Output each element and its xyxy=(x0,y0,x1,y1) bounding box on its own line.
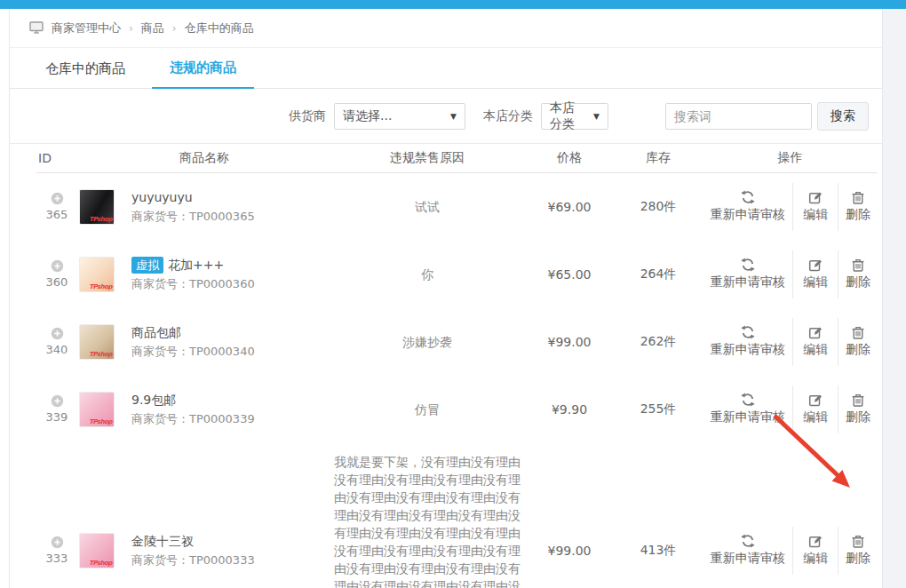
caret-down-icon: ▼ xyxy=(593,112,600,121)
product-stock: 264件 xyxy=(614,241,703,308)
edit-label: 编辑 xyxy=(803,342,828,358)
product-id: 339 xyxy=(46,410,68,424)
product-stock: 413件 xyxy=(614,443,703,588)
edit-pencil-icon xyxy=(808,393,823,407)
thumb-watermark: TPshop xyxy=(89,216,112,223)
header-violation-reason: 违规禁售原因 xyxy=(330,144,525,172)
tab-violation-goods[interactable]: 违规的商品 xyxy=(152,48,254,89)
table-row: 339 TPshop 9.9包邮 商家货号：TP0000339 仿冒 ¥9.90… xyxy=(36,376,878,443)
search-button[interactable]: 搜索 xyxy=(817,102,869,131)
delete-label: 删除 xyxy=(846,342,870,358)
supplier-select[interactable]: 请选择... ▼ xyxy=(334,103,465,130)
product-thumb[interactable]: TPshop xyxy=(79,189,115,225)
page-background-gutter xyxy=(882,9,906,588)
product-thumb[interactable]: TPshop xyxy=(79,392,115,427)
reapply-review-button[interactable]: 重新申请审核 xyxy=(703,527,792,575)
refresh-icon xyxy=(741,190,755,204)
sku-value: TP0000360 xyxy=(189,277,255,290)
expand-plus-circle-icon[interactable] xyxy=(51,192,64,205)
reapply-review-button[interactable]: 重新申请审核 xyxy=(703,385,792,433)
breadcrumb-goods[interactable]: 商品 xyxy=(141,20,164,36)
supplier-label: 供货商 xyxy=(289,108,326,124)
header-price: 价格 xyxy=(525,144,614,172)
product-id: 365 xyxy=(46,208,68,221)
thumb-watermark: TPshop xyxy=(89,283,112,290)
reapply-review-button[interactable]: 重新申请审核 xyxy=(703,183,792,231)
edit-button[interactable]: 编辑 xyxy=(792,385,838,433)
reapply-review-label: 重新申请审核 xyxy=(711,274,785,290)
supplier-select-value: 请选择... xyxy=(343,108,392,124)
product-name[interactable]: 9.9包邮 xyxy=(131,393,176,407)
sku-label: 商家货号： xyxy=(131,277,189,290)
edit-pencil-icon xyxy=(808,325,823,339)
trash-icon xyxy=(851,190,865,204)
product-thumb[interactable]: TPshop xyxy=(79,257,115,292)
header-id: ID xyxy=(36,144,79,172)
violation-reason: 仿冒 xyxy=(330,376,525,443)
product-price: ¥99.00 xyxy=(525,308,614,376)
thumb-watermark: TPshop xyxy=(89,351,112,358)
reapply-review-button[interactable]: 重新申请审核 xyxy=(703,318,792,366)
sku-label: 商家货号： xyxy=(131,345,189,358)
expand-plus-circle-icon[interactable] xyxy=(51,394,64,408)
header-actions: 操作 xyxy=(703,144,878,172)
main-panel: 商家管理中心 › 商品 › 仓库中的商品 仓库中的商品 违规的商品 供货商 请选… xyxy=(9,9,882,588)
breadcrumb-home[interactable]: 商家管理中心 xyxy=(52,20,121,36)
delete-button[interactable]: 删除 xyxy=(838,250,878,298)
reapply-review-label: 重新申请审核 xyxy=(711,342,785,358)
expand-plus-circle-icon[interactable] xyxy=(51,536,64,549)
trash-icon xyxy=(851,258,865,272)
edit-pencil-icon xyxy=(808,534,823,548)
product-name[interactable]: 金陵十三衩 xyxy=(131,534,194,548)
violation-reason: 试试 xyxy=(330,172,525,241)
violation-reason: 涉嫌抄袭 xyxy=(330,308,525,376)
reapply-review-button[interactable]: 重新申请审核 xyxy=(703,250,792,298)
delete-label: 删除 xyxy=(846,207,870,223)
edit-button[interactable]: 编辑 xyxy=(792,183,838,231)
reapply-review-label: 重新申请审核 xyxy=(711,409,785,425)
edit-pencil-icon xyxy=(808,258,823,272)
delete-button[interactable]: 删除 xyxy=(838,527,878,575)
table-row: 365 TPshop yuyuyuyu 商家货号：TP0000365 试试 ¥6… xyxy=(36,172,878,241)
product-price: ¥9.90 xyxy=(525,376,614,443)
edit-label: 编辑 xyxy=(803,207,828,223)
product-thumb[interactable]: TPshop xyxy=(79,533,115,568)
tab-bar: 仓库中的商品 违规的商品 xyxy=(10,48,882,89)
delete-button[interactable]: 删除 xyxy=(838,183,878,231)
product-stock: 262件 xyxy=(614,308,703,376)
product-name[interactable]: 商品包邮 xyxy=(131,325,181,339)
product-stock: 255件 xyxy=(614,376,703,443)
product-name[interactable]: yuyuyuyu xyxy=(131,190,193,204)
reapply-review-label: 重新申请审核 xyxy=(711,207,785,223)
search-input[interactable] xyxy=(665,103,812,130)
edit-label: 编辑 xyxy=(803,274,828,290)
product-price: ¥99.00 xyxy=(525,443,614,588)
sku-label: 商家货号： xyxy=(131,553,189,567)
product-stock: 280件 xyxy=(614,172,703,241)
edit-button[interactable]: 编辑 xyxy=(792,318,838,366)
edit-button[interactable]: 编辑 xyxy=(792,527,838,575)
virtual-badge: 虚拟 xyxy=(131,257,163,274)
tab-warehouse-goods[interactable]: 仓库中的商品 xyxy=(28,48,143,89)
product-id: 340 xyxy=(46,343,68,356)
delete-button[interactable]: 删除 xyxy=(838,318,878,366)
product-name[interactable]: 花加+++ xyxy=(168,258,224,272)
product-thumb[interactable]: TPshop xyxy=(79,324,115,360)
delete-label: 删除 xyxy=(846,409,870,425)
product-id: 360 xyxy=(46,275,68,289)
violation-reason: 我就是要下架，没有理由没有理由没有理由没有理由没有理由没有理由没有理由没有理由没… xyxy=(330,443,525,588)
sku-value: TP0000340 xyxy=(189,345,255,358)
filter-bar: 供货商 请选择... ▼ 本店分类 本店分类 ▼ 搜索 xyxy=(10,89,882,144)
expand-plus-circle-icon[interactable] xyxy=(51,327,64,340)
table-row: 333 TPshop 金陵十三衩 商家货号：TP0000333 我就是要下架，没… xyxy=(36,443,878,588)
trash-icon xyxy=(851,325,865,339)
category-label: 本店分类 xyxy=(483,108,533,124)
delete-button[interactable]: 删除 xyxy=(838,385,878,433)
sku-value: TP0000365 xyxy=(189,210,255,223)
edit-button[interactable]: 编辑 xyxy=(792,250,838,298)
refresh-icon xyxy=(741,393,755,407)
refresh-icon xyxy=(741,258,755,272)
monitor-icon xyxy=(29,20,44,36)
expand-plus-circle-icon[interactable] xyxy=(51,259,64,273)
category-select[interactable]: 本店分类 ▼ xyxy=(541,103,608,130)
